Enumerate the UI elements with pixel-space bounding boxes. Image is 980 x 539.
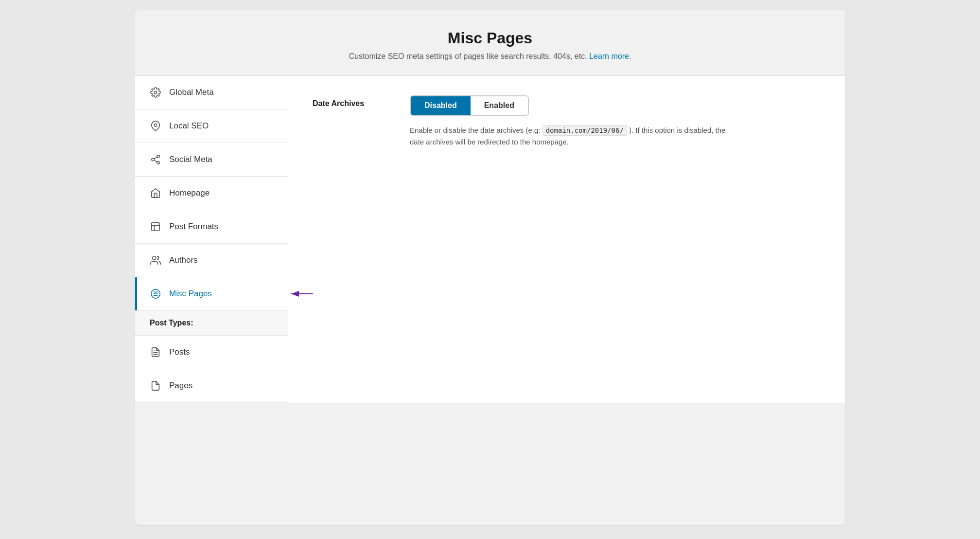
sidebar-item-global-meta[interactable]: Global Meta xyxy=(135,76,288,109)
main-content: Date Archives Disabled Enabled Enable or… xyxy=(288,76,845,403)
sidebar-item-pages[interactable]: Pages xyxy=(135,369,288,403)
sidebar-item-label: Authors xyxy=(169,255,198,265)
active-arrow-indicator xyxy=(288,286,315,303)
content-area: Global Meta Local SEO xyxy=(135,75,845,403)
sidebar-item-label: Local SEO xyxy=(169,121,209,131)
sidebar: Global Meta Local SEO xyxy=(135,76,288,403)
sidebar-item-posts[interactable]: Posts xyxy=(135,336,288,369)
sidebar-item-post-formats[interactable]: Post Formats xyxy=(135,210,288,244)
date-archives-label: Date Archives xyxy=(313,95,390,108)
post-formats-icon xyxy=(150,221,161,233)
main-container: Misc Pages Customize SEO meta settings o… xyxy=(135,10,845,525)
sidebar-item-label: Homepage xyxy=(169,188,210,198)
svg-line-6 xyxy=(154,157,157,159)
post-types-section-header: Post Types: xyxy=(135,311,288,336)
sidebar-item-label: Posts xyxy=(169,347,190,357)
sidebar-item-label: Post Formats xyxy=(169,222,218,232)
sidebar-item-homepage[interactable]: Homepage xyxy=(135,177,288,210)
home-icon xyxy=(150,187,161,199)
date-archives-toggle-group: Disabled Enabled xyxy=(410,95,529,116)
location-icon xyxy=(150,120,161,132)
svg-point-1 xyxy=(154,124,157,126)
page-description: Customize SEO meta settings of pages lik… xyxy=(145,52,835,61)
date-archives-control: Disabled Enabled Enable or disable the d… xyxy=(410,95,821,148)
page-title: Misc Pages xyxy=(145,29,835,47)
sidebar-item-authors[interactable]: Authors xyxy=(135,244,288,277)
date-archives-description: Enable or disable the date archives (e.g… xyxy=(410,125,740,148)
sidebar-item-social-meta[interactable]: Social Meta xyxy=(135,143,288,177)
gear-icon xyxy=(150,87,161,98)
enabled-toggle-button[interactable]: Enabled xyxy=(471,96,528,115)
sidebar-item-misc-pages[interactable]: Misc Pages xyxy=(135,277,288,311)
authors-icon xyxy=(150,254,161,266)
example-code: domain.com/2019/06/ xyxy=(542,125,627,136)
sidebar-item-label: Pages xyxy=(169,381,192,391)
sidebar-item-label: Misc Pages xyxy=(169,289,212,299)
svg-line-5 xyxy=(154,160,157,162)
sidebar-item-label: Social Meta xyxy=(169,155,212,164)
posts-icon xyxy=(150,346,161,358)
svg-rect-7 xyxy=(152,223,160,231)
sidebar-item-label: Global Meta xyxy=(169,88,214,97)
date-archives-setting-row: Date Archives Disabled Enabled Enable or… xyxy=(313,95,821,148)
svg-point-10 xyxy=(153,256,156,260)
page-header: Misc Pages Customize SEO meta settings o… xyxy=(135,10,845,75)
social-icon xyxy=(150,154,161,165)
disabled-toggle-button[interactable]: Disabled xyxy=(411,96,471,115)
sidebar-item-local-seo[interactable]: Local SEO xyxy=(135,109,288,143)
misc-pages-icon xyxy=(150,288,161,300)
learn-more-link[interactable]: Learn more xyxy=(589,52,629,60)
pages-icon xyxy=(150,380,161,392)
svg-point-0 xyxy=(154,91,157,94)
